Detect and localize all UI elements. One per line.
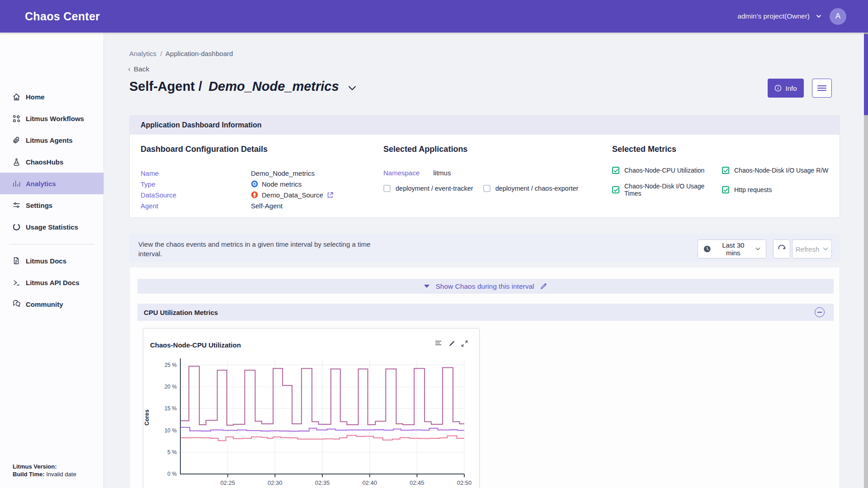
svg-text:02:25: 02:25	[220, 479, 235, 486]
checkbox-chaos-exporter[interactable]	[483, 185, 491, 192]
sidebar-item-label: Litmus API Docs	[26, 279, 80, 286]
svg-text:15 %: 15 %	[165, 405, 177, 412]
sidebar-divider	[9, 244, 94, 244]
metric-check-item: Http requests	[722, 183, 838, 197]
page-title: Self-Agent / Demo_Node_metrics	[129, 79, 356, 94]
sidebar-item-analytics[interactable]: Analytics	[0, 173, 104, 194]
svg-text:02:35: 02:35	[315, 479, 330, 486]
config-row-name: Name Demo_Node_metrics	[141, 168, 367, 178]
checkbox-disk-io-rw[interactable]	[722, 167, 729, 174]
metrics-heading: Selected Metrics	[612, 145, 838, 154]
sidebar-item-litmus-docs[interactable]: Litmus Docs	[0, 250, 104, 272]
time-range-dropdown[interactable]: Last 30 mins	[698, 239, 766, 258]
selected-metrics: Selected Metrics Chaos-Node-CPU Utilizat…	[612, 145, 838, 197]
config-label: Agent	[141, 202, 251, 210]
edit-pencil-icon[interactable]	[540, 283, 547, 290]
config-label: Name	[141, 169, 251, 177]
config-heading: Dashboard Configuration Details	[141, 145, 367, 154]
checkbox-label: Chaos-Node-CPU Utilization	[624, 167, 704, 174]
config-row-type: Type Node metrics	[141, 178, 367, 189]
dashboard-configuration-details: Dashboard Configuration Details Name Dem…	[141, 145, 367, 211]
config-label: Type	[141, 180, 251, 188]
table-view-toggle-button[interactable]	[812, 79, 832, 98]
chevron-down-icon	[823, 247, 828, 251]
checkbox-event-tracker[interactable]	[383, 185, 391, 192]
back-button[interactable]: ‹ Back	[128, 65, 149, 74]
svg-text:10 %: 10 %	[165, 427, 177, 434]
analytics-icon	[12, 179, 21, 188]
refresh-icon	[778, 245, 786, 253]
litmus-version-label: Litmus Version:	[13, 463, 57, 470]
show-chaos-label: Show Chaos during this interval	[436, 282, 534, 291]
check-icon	[613, 188, 618, 192]
config-row-agent: Agent Self-Agent	[141, 200, 367, 211]
check-icon	[723, 188, 728, 192]
collapse-section-button[interactable]	[815, 307, 825, 317]
cpu-utilization-chart-card: Chaos-Node-CPU Utilization Cores 02:2502…	[143, 328, 480, 488]
external-link-icon[interactable]	[327, 192, 334, 198]
sidebar-item-usage-statistics[interactable]: Usage Statistics	[0, 216, 104, 238]
title-chevron-down-icon[interactable]	[348, 85, 356, 91]
node-metrics-icon	[251, 180, 258, 188]
project-dropdown[interactable]: admin's project(Owner)	[737, 12, 821, 20]
dashboard-area: Show Chaos during this interval CPU Util…	[129, 267, 840, 488]
metric-check-item: Chaos-Node-Disk I/O Usage R/W	[722, 167, 838, 174]
check-icon	[613, 169, 618, 173]
app-title: Chaos Center	[25, 10, 100, 23]
show-chaos-toggle[interactable]: Show Chaos during this interval	[137, 279, 834, 294]
breadcrumb-current: Application-dashboard	[165, 50, 233, 57]
chevron-left-icon: ‹	[128, 65, 131, 74]
chevron-down-icon	[755, 247, 760, 251]
breadcrumb-analytics[interactable]: Analytics	[129, 50, 156, 57]
sidebar-item-label: Litmus Docs	[26, 257, 66, 265]
sidebar-item-home[interactable]: Home	[0, 86, 104, 108]
sidebar-item-litmus-agents[interactable]: Litmus Agents	[0, 129, 104, 151]
scrollbar-thumb[interactable]	[864, 34, 868, 115]
sidebar-item-litmus-api-docs[interactable]: Litmus API Docs	[0, 272, 104, 293]
config-label: DataSource	[141, 191, 251, 199]
page: Chaos Center admin's project(Owner) A Ho…	[0, 0, 868, 488]
selected-applications: Selected Applications Namespace litmus d…	[383, 145, 600, 192]
refresh-button[interactable]	[773, 239, 790, 258]
checkbox-label: Chaos-Node-Disk I/O Usage Times	[624, 183, 722, 197]
time-interval-description: View the chaos events and metrics in a g…	[138, 239, 382, 258]
caret-down-icon	[424, 285, 429, 288]
sidebar-item-chaoshubs[interactable]: ChaosHubs	[0, 151, 104, 173]
namespace-value: litmus	[433, 169, 451, 177]
sidebar-item-litmus-workflows[interactable]: Litmus Workflows	[0, 108, 104, 129]
cpu-utilization-chart: 02:2502:3002:3502:4002:4502:500 %5 %10 %…	[143, 328, 480, 488]
terminal-icon	[12, 278, 21, 287]
sidebar-item-label: Litmus Workflows	[26, 115, 84, 122]
info-label: Info	[785, 84, 797, 92]
document-icon	[12, 256, 21, 265]
svg-text:02:50: 02:50	[457, 479, 472, 486]
checkbox-disk-io-times[interactable]	[612, 186, 619, 193]
applications-heading: Selected Applications	[383, 145, 600, 154]
svg-text:0 %: 0 %	[167, 471, 177, 477]
checkbox-cpu-utilization[interactable]	[612, 167, 619, 174]
svg-text:02:40: 02:40	[362, 479, 377, 486]
sidebar-item-label: Settings	[26, 202, 52, 209]
chat-bubbles-icon	[12, 300, 21, 309]
title-dashboard: Demo_Node_metrics	[208, 79, 339, 94]
build-time-value: Invalid date	[46, 471, 76, 478]
checkbox-label: Http requests	[734, 186, 772, 193]
avatar-letter: A	[835, 12, 840, 21]
sliders-icon	[12, 201, 21, 210]
application-dashboard-information-card: Application Dashboard Information Dashbo…	[129, 115, 840, 218]
info-button[interactable]: Info	[768, 79, 804, 98]
config-value: Self-Agent	[251, 202, 283, 210]
namespace-label: Namespace	[383, 169, 420, 177]
title-agent: Self-Agent /	[129, 79, 202, 94]
sidebar-item-community[interactable]: Community	[0, 293, 104, 315]
sidebar-item-settings[interactable]: Settings	[0, 194, 104, 216]
config-row-datasource: DataSource Demo_Data_Source	[141, 189, 367, 200]
sidebar-item-label: Usage Statistics	[26, 223, 78, 231]
checkbox-http-requests[interactable]	[722, 186, 729, 193]
avatar[interactable]: A	[830, 8, 846, 25]
clock-icon	[703, 245, 711, 253]
application-check-item: deployment / chaos-exporter	[483, 185, 579, 192]
breadcrumb: Analytics / Application-dashboard	[129, 50, 233, 57]
sidebar-item-label: Home	[26, 93, 45, 101]
refresh-rate-dropdown[interactable]: Refresh	[792, 239, 832, 258]
